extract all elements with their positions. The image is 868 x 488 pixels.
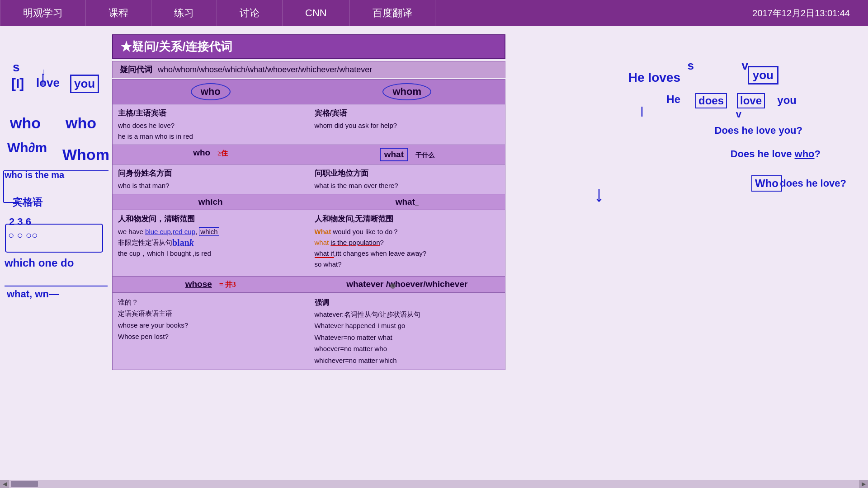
table-row-3: 人和物发问，清晰范围 we have blue cup,red cup, whi… — [113, 210, 505, 276]
annot-does-he-love-who: Does he love who? — [731, 148, 821, 160]
annot-binge: 宾格语 — [13, 196, 42, 209]
row1-col2-title: 宾格/宾语 — [315, 107, 500, 119]
annot-you-right2: you — [777, 94, 797, 107]
nav-kecheng[interactable]: 课程 — [86, 0, 151, 26]
row3-col2-ex1: What would you like to do？ — [315, 226, 500, 237]
row2-col1-ex1: who is that man? — [118, 180, 303, 191]
row4-col1-ex2: whose are your books? — [118, 319, 303, 331]
row4-col1-ex0: 谁的？ — [118, 296, 303, 308]
annot-who-is-the: who is the ma — [5, 170, 64, 180]
row1-col2-ex1: whom did you ask for help? — [315, 120, 500, 131]
nav-minguan[interactable]: 明观学习 — [0, 0, 86, 26]
table-row-4: 谁的？ 定语宾语表语主语 whose are your books? Whose… — [113, 292, 505, 370]
row4-col1-ex1: 定语宾语表语主语 — [118, 308, 303, 319]
table-row-2: 问身份姓名方面 who is that man? 问职业地位方面 what is… — [113, 164, 505, 194]
annot-love: love — [36, 76, 60, 90]
annot-does-he-love3: does he love? — [780, 178, 846, 189]
row1-col1-title: 主格/主语宾语 — [118, 107, 303, 119]
row3-col1-title: 人和物发问，清晰范围 — [118, 213, 303, 225]
annot-which-one: which one do — [5, 257, 74, 269]
row1-col1-ex1: who does he love? — [118, 120, 303, 131]
annot-v-right: v — [742, 59, 748, 73]
horizontal-scrollbar[interactable]: ◀ ▶ — [0, 480, 868, 488]
row4-col1-ex3: Whose pen lost? — [118, 331, 303, 343]
table-row-subheader1: who ≥住 what 干什么 — [113, 145, 505, 164]
row3-col2-ex3: what if,itt changes when leave away? — [315, 248, 500, 259]
annot-does-he-love: Does he love you? — [715, 125, 802, 136]
row2-col2-title: 问职业地位方面 — [315, 167, 500, 179]
annot-numbers: 2 3 6 — [9, 216, 31, 228]
row1-col1-ex2: he is a man who is in red — [118, 131, 303, 142]
section-title: ★疑问/关系/连接代词 — [112, 34, 505, 59]
table-row-header2: which what_ — [113, 194, 505, 210]
row4-col2-ex3: Whatever=no matter what — [315, 332, 500, 343]
whose-header: whose — [185, 279, 212, 289]
nav-taolun[interactable]: 讨论 — [217, 0, 283, 26]
whatever-header: whatever /whoever/whichever — [346, 279, 467, 289]
blank-annotation: blank — [172, 238, 194, 248]
row3-col1-ex2: 非限定性定语从句 — [118, 237, 303, 248]
what-subheader: what — [380, 148, 408, 161]
annot-he-loves: He loves — [628, 70, 680, 85]
annot-circles: ○ ○ ○○ — [8, 230, 38, 241]
table-row-header3: whose = 井3 whatever /whoever/whichever — [113, 276, 505, 292]
main-content: ★疑问/关系/连接代词 疑问代词 who/whom/whose/which/wh… — [0, 26, 868, 488]
grammar-table: who whom 主格/主语宾语 who does he love? he is… — [112, 79, 505, 370]
datetime-display: 2017年12月2日13:01:44 — [752, 7, 868, 19]
annot-what-wn: what, wn— — [7, 288, 59, 300]
annot-who1: who — [10, 114, 41, 132]
annot-does-box: does — [695, 93, 727, 108]
row4-col2-ex1: whatever:名词性从句/让步状语从句 — [315, 309, 500, 320]
pronouns-label: 疑问代词 — [120, 64, 152, 75]
annot-s-left: s — [13, 60, 20, 75]
table-row-header1: who whom — [113, 80, 505, 104]
pronouns-value: who/whom/whose/which/what/whoever/whiche… — [158, 65, 372, 75]
nav-baidu[interactable]: 百度翻译 — [350, 0, 435, 26]
row4-col2-title: 强调 — [315, 296, 500, 309]
table-row-1: 主格/主语宾语 who does he love? he is a man wh… — [113, 104, 505, 145]
top-navigation: 明观学习 课程 练习 讨论 CNN 百度翻译 2017年12月2日13:01:4… — [0, 0, 868, 26]
svg-line-7 — [597, 199, 599, 202]
row4-col2-ex4: whoever=no matter who — [315, 343, 500, 355]
annot-love-box: love — [737, 93, 765, 108]
annot-whatm: Wh∂m — [7, 140, 47, 155]
who-header: who — [191, 83, 231, 100]
whom-header: whom — [382, 83, 431, 100]
scroll-right-button[interactable]: ▶ — [859, 480, 868, 488]
row3-col2-ex4: so what? — [315, 259, 500, 270]
annot-i-bracket: [I] — [11, 76, 24, 91]
annot-down-arrow: ↓ — [41, 66, 46, 78]
annot-who-box-right: Who — [751, 175, 782, 192]
what-annotation-right: 干什么 — [415, 152, 434, 159]
grammar-table-container: ★疑问/关系/连接代词 疑问代词 who/whom/whose/which/wh… — [112, 34, 505, 370]
row3-col2-ex2: what is the population? — [315, 237, 500, 248]
scroll-thumb[interactable] — [11, 481, 38, 487]
annot-s-right: s — [688, 59, 694, 73]
svg-rect-4 — [5, 224, 103, 252]
what-header: what — [396, 197, 415, 206]
row3-col2-title: 人和物发问,无清晰范围 — [315, 213, 500, 225]
row2-col1-title: 问身份姓名方面 — [118, 167, 303, 179]
scroll-left-button[interactable]: ◀ — [0, 480, 9, 488]
who-annotation: ≥住 — [217, 150, 228, 157]
row3-col1-ex1: we have blue cup,red cup, which — [118, 226, 303, 237]
which-header: which — [198, 197, 223, 206]
pronouns-bar: 疑问代词 who/whom/whose/which/what/whoever/w… — [112, 61, 505, 78]
annot-you-right-box: you — [748, 66, 778, 84]
annot-v-arrow: v — [736, 108, 741, 120]
annot-he-does: He — [666, 93, 680, 106]
who-subheader: who — [193, 148, 210, 157]
whose-annotation: = 井3 — [219, 281, 236, 288]
svg-line-8 — [599, 199, 601, 202]
annot-who2: who — [66, 114, 96, 132]
row2-col2-ex1: what is the man over there? — [315, 180, 500, 191]
annot-whom: Whom — [62, 146, 109, 164]
row4-col2-ex2: Whatever happened I must go — [315, 320, 500, 332]
nav-cnn[interactable]: CNN — [283, 0, 350, 26]
row4-col2-ex5: whichever=no matter which — [315, 355, 500, 366]
row3-col1-ex3: the cup，which I bought ,is red — [118, 248, 303, 259]
nav-lianxi[interactable]: 练习 — [151, 0, 217, 26]
annot-you-box: you — [70, 75, 99, 93]
